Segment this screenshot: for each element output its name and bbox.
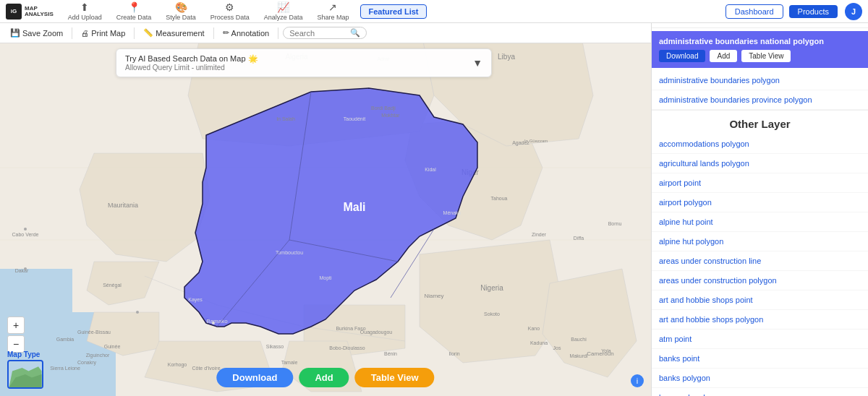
nav-share-map[interactable]: ↗ Share Map [311, 0, 354, 22]
svg-text:Tombouctou: Tombouctou [276, 250, 303, 255]
map-type-control[interactable]: Map Type [7, 350, 43, 389]
top-navbar: iG MAP ANALYSIS ⬆ Add Upload 📍 Create Da… [0, 0, 868, 23]
svg-text:Korhogo: Korhogo [168, 362, 187, 368]
print-map-button[interactable]: 🖨 Print Map [77, 27, 129, 39]
products-button[interactable]: Products [789, 5, 838, 18]
map-background: Mauritania Algeria Libya Niger Nigeria S… [0, 23, 651, 396]
ai-banner: Try AI Based Search Data on Map 🌟 Allowe… [116, 48, 492, 77]
search-box[interactable]: 🔍 [283, 27, 367, 39]
map-type-thumbnail[interactable] [7, 360, 43, 389]
analyze-data-icon: 📈 [277, 1, 289, 13]
other-layer-list-item[interactable]: agricultural lands polygon [652, 154, 868, 173]
info-icon[interactable]: i [631, 374, 644, 387]
selected-layer-name: administrative boundaries national polyg… [659, 37, 861, 46]
zoom-controls: + − [7, 317, 25, 353]
ai-banner-text: Try AI Based Search Data on Map 🌟 Allowe… [125, 54, 472, 72]
selected-download-button[interactable]: Download [659, 50, 705, 62]
save-zoom-icon: 💾 [10, 28, 20, 38]
selected-add-button[interactable]: Add [710, 50, 737, 62]
layer-list-item[interactable]: administrative boundaries polygon [652, 71, 868, 90]
svg-text:In Salah: In Salah [276, 116, 295, 121]
other-layer-list-item[interactable]: atm point [652, 330, 868, 349]
selected-layer-item[interactable]: administrative boundaries national polyg… [652, 31, 868, 68]
dashboard-button[interactable]: Dashboard [726, 4, 783, 19]
svg-text:Nigeria: Nigeria [480, 284, 503, 292]
svg-text:Mauritania: Mauritania [108, 202, 138, 209]
svg-text:Bauchi: Bauchi [571, 337, 587, 342]
svg-text:Bordi Badji: Bordi Badji [371, 106, 396, 111]
other-layer-list-item[interactable]: banks point [652, 349, 868, 369]
layer-list-item[interactable]: administrative boundaries province polyg… [652, 90, 868, 110]
svg-text:In Güezzam: In Güezzam [524, 139, 548, 143]
other-layer-list-item[interactable]: banks polygon [652, 369, 868, 388]
app-logo: iG MAP ANALYSIS [6, 4, 54, 20]
nav-style-data[interactable]: 🎨 Style Data [160, 0, 202, 22]
svg-text:Ménaka: Ménaka [443, 210, 461, 215]
annotation-button[interactable]: ✏ Annotation [218, 27, 274, 39]
save-zoom-button[interactable]: 💾 Save Zoom [6, 27, 67, 39]
avatar[interactable]: J [845, 3, 862, 20]
toolbar-separator-4 [278, 27, 278, 39]
svg-text:Sikasso: Sikasso [266, 344, 284, 349]
other-layer-list-item[interactable]: art and hobbie shops point [652, 290, 868, 310]
logo-text: iG [11, 8, 17, 14]
svg-text:Bamako: Bamako [206, 318, 228, 324]
layer-list: administrative boundaries polygonadminis… [652, 71, 868, 110]
toolbar-separator-3 [213, 27, 214, 39]
svg-text:Ilorin: Ilorin [448, 351, 459, 356]
other-layer-list-item[interactable]: alpine hut polygon [652, 232, 868, 251]
svg-text:Makurdi: Makurdi [570, 353, 588, 358]
other-layer-list-item[interactable]: airport point [652, 173, 868, 193]
svg-point-40 [136, 311, 139, 314]
svg-text:Yola: Yola [601, 348, 610, 353]
share-map-icon: ↗ [328, 1, 337, 13]
other-layer-list-item[interactable]: art and hobbie shops polygon [652, 310, 868, 330]
svg-text:Gambia: Gambia [56, 337, 75, 342]
svg-text:Sierra Leione: Sierra Leione [50, 366, 80, 371]
nav-create-data[interactable]: 📍 Create Data [111, 0, 158, 22]
featured-list-button[interactable]: Featured List [360, 4, 426, 19]
annotation-icon: ✏ [223, 28, 229, 38]
svg-text:Dakar: Dakar [15, 268, 29, 273]
process-data-icon: ⚙ [225, 1, 234, 13]
toolbar-separator-1 [72, 27, 72, 39]
add-button[interactable]: Add [299, 368, 349, 387]
search-input[interactable] [289, 29, 347, 38]
bottom-actions: Download Add Table View [216, 368, 434, 387]
zoom-in-button[interactable]: + [7, 317, 25, 334]
measurement-button[interactable]: 📏 Measurement [139, 27, 208, 39]
nav-analyze-data[interactable]: 📈 Analyze Data [258, 0, 309, 22]
svg-text:Kayes: Kayes [188, 297, 203, 303]
other-layer-list-item[interactable]: alpine hut point [652, 212, 868, 232]
svg-text:Guinée-Bissau: Guinée-Bissau [77, 330, 111, 335]
svg-text:Bobo-Dioulasso: Bobo-Dioulasso [329, 345, 365, 350]
ai-star-icon: 🌟 [248, 54, 258, 63]
ai-banner-collapse[interactable]: ▼ [472, 57, 482, 69]
nav-process-data[interactable]: ⚙ Process Data [205, 0, 255, 22]
svg-text:Ouagadougou: Ouagadougou [360, 330, 392, 335]
svg-text:Niamey: Niamey [424, 293, 443, 299]
svg-text:Mokhtar: Mokhtar [381, 113, 400, 118]
other-layer-list: accommodations polygonagricultural lands… [652, 134, 868, 396]
other-layer-list-item[interactable]: airport polygon [652, 193, 868, 212]
svg-text:Diffa: Diffa [574, 236, 584, 241]
ai-banner-title: Try AI Based Search Data on Map 🌟 [125, 54, 472, 64]
map-toolbar: 💾 Save Zoom 🖨 Print Map 📏 Measurement ✏ … [0, 23, 651, 43]
other-layer-list-item[interactable]: areas under construction line [652, 251, 868, 271]
svg-text:Tahoua: Tahoua [491, 196, 508, 201]
svg-text:Ziguinchor: Ziguinchor [86, 353, 110, 358]
svg-text:Cabo Verde: Cabo Verde [12, 232, 39, 237]
map-area[interactable]: Mauritania Algeria Libya Niger Nigeria S… [0, 23, 651, 396]
nav-add-upload[interactable]: ⬆ Add Upload [62, 0, 108, 22]
svg-text:Sokoto: Sokoto [484, 311, 500, 317]
download-button[interactable]: Download [216, 368, 293, 387]
other-layer-list-item[interactable]: bare rock polygon [652, 388, 868, 396]
other-layer-list-item[interactable]: areas under construction polygon [652, 271, 868, 290]
svg-point-38 [24, 267, 27, 270]
other-layer-list-item[interactable]: accommodations polygon [652, 134, 868, 154]
svg-text:Bornu: Bornu [608, 221, 622, 226]
map-type-label: Map Type [7, 350, 40, 358]
table-view-button[interactable]: Table View [355, 368, 435, 387]
selected-table-button[interactable]: Table View [741, 50, 791, 62]
svg-text:Mali: Mali [343, 201, 365, 213]
